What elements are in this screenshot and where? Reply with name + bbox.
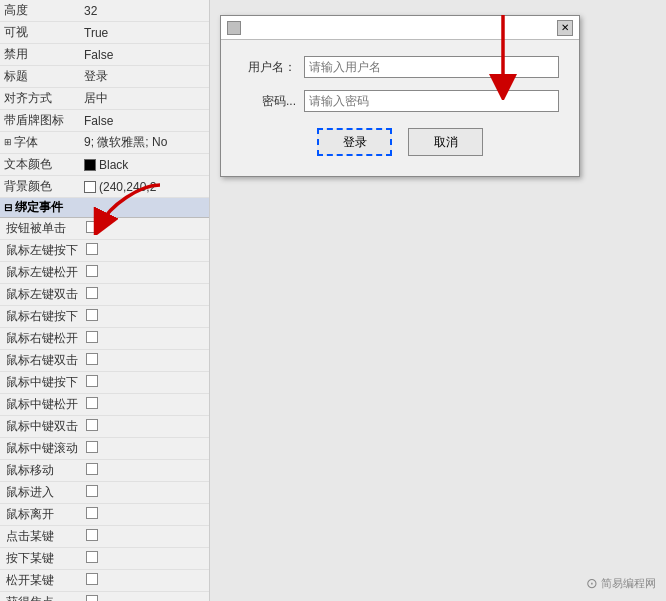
prop-key: 文本颜色 — [0, 154, 80, 176]
prop-key: 标题 — [0, 66, 80, 88]
prop-row: 背景颜色 (240,240,2 — [0, 176, 209, 198]
event-label: 鼠标左键双击 — [0, 284, 82, 306]
event-label: 鼠标中键双击 — [0, 416, 82, 438]
prop-value: True — [80, 22, 209, 44]
event-checkbox[interactable] — [86, 221, 98, 233]
prop-value: Black — [80, 154, 209, 176]
prop-value: False — [80, 44, 209, 66]
prop-value: 9; 微软雅黑; No — [80, 132, 209, 154]
event-row: 鼠标离开 — [0, 504, 209, 526]
event-checkbox[interactable] — [86, 243, 98, 255]
event-label: 点击某键 — [0, 526, 82, 548]
prop-row: 带盾牌图标 False — [0, 110, 209, 132]
main-container: 高度 32 可视 True 禁用 False 标题 登录 对齐方式 居中 — [0, 0, 666, 601]
events-table: 按钮被单击 鼠标左键按下 鼠标左键松开 鼠标左键双击 鼠标右键按下 — [0, 218, 209, 601]
password-label: 密码... — [241, 93, 296, 110]
event-checkbox[interactable] — [86, 463, 98, 475]
section-label: 绑定事件 — [15, 199, 63, 216]
dialog-title-left — [227, 21, 241, 35]
event-checkbox[interactable] — [86, 309, 98, 321]
event-row: 鼠标中键滚动 — [0, 438, 209, 460]
prop-key: 可视 — [0, 22, 80, 44]
event-row: 鼠标左键双击 — [0, 284, 209, 306]
dialog-window: ✕ 用户名： 密码... 登录 取消 — [220, 15, 580, 177]
dialog-buttons: 登录 取消 — [241, 128, 559, 156]
event-label: 按下某键 — [0, 548, 82, 570]
event-label: 鼠标中键松开 — [0, 394, 82, 416]
cancel-button[interactable]: 取消 — [408, 128, 483, 156]
event-checkbox[interactable] — [86, 507, 98, 519]
event-checkbox[interactable] — [86, 375, 98, 387]
event-checkbox[interactable] — [86, 485, 98, 497]
event-row: 鼠标右键按下 — [0, 306, 209, 328]
password-row: 密码... — [241, 90, 559, 112]
watermark: ⊙ 简易编程网 — [586, 575, 656, 591]
event-label: 鼠标移动 — [0, 460, 82, 482]
event-label: 鼠标左键按下 — [0, 240, 82, 262]
event-label: 鼠标左键松开 — [0, 262, 82, 284]
event-row: 鼠标右键松开 — [0, 328, 209, 350]
prop-value: (240,240,2 — [80, 176, 209, 198]
event-row-click: 按钮被单击 — [0, 218, 209, 240]
event-row: 松开某键 — [0, 570, 209, 592]
prop-row: 高度 32 — [0, 0, 209, 22]
event-row: 按下某键 — [0, 548, 209, 570]
properties-table: 高度 32 可视 True 禁用 False 标题 登录 对齐方式 居中 — [0, 0, 209, 198]
prop-row: 文本颜色 Black — [0, 154, 209, 176]
event-checkbox[interactable] — [86, 331, 98, 343]
event-row: 点击某键 — [0, 526, 209, 548]
event-checkbox[interactable] — [86, 595, 98, 601]
expand-icon: ⊟ — [4, 202, 12, 213]
prop-value: 登录 — [80, 66, 209, 88]
prop-key: 高度 — [0, 0, 80, 22]
dialog-titlebar: ✕ — [221, 16, 579, 40]
event-label: 鼠标右键双击 — [0, 350, 82, 372]
event-checkbox[interactable] — [86, 551, 98, 563]
event-checkbox[interactable] — [86, 287, 98, 299]
color-swatch-black — [84, 159, 96, 171]
event-checkbox[interactable] — [86, 529, 98, 541]
event-checkbox[interactable] — [86, 419, 98, 431]
event-label: 鼠标中键按下 — [0, 372, 82, 394]
event-row: 鼠标移动 — [0, 460, 209, 482]
event-checkbox[interactable] — [86, 353, 98, 365]
event-label: 鼠标中键滚动 — [0, 438, 82, 460]
prop-key: 禁用 — [0, 44, 80, 66]
dialog-close-button[interactable]: ✕ — [557, 20, 573, 36]
username-label: 用户名： — [241, 59, 296, 76]
prop-value: False — [80, 110, 209, 132]
events-section-header: ⊟ 绑定事件 — [0, 198, 209, 218]
event-row: 鼠标左键松开 — [0, 262, 209, 284]
event-checkbox[interactable] — [86, 441, 98, 453]
event-checkbox[interactable] — [86, 265, 98, 277]
event-row: 鼠标左键按下 — [0, 240, 209, 262]
event-label: 鼠标离开 — [0, 504, 82, 526]
username-input[interactable] — [304, 56, 559, 78]
prop-row: 可视 True — [0, 22, 209, 44]
dialog-app-icon — [227, 21, 241, 35]
prop-value: 32 — [80, 0, 209, 22]
event-label: 鼠标右键松开 — [0, 328, 82, 350]
event-label: 鼠标进入 — [0, 482, 82, 504]
event-label: 按钮被单击 — [0, 218, 82, 240]
event-row: 鼠标中键按下 — [0, 372, 209, 394]
prop-row: 对齐方式 居中 — [0, 88, 209, 110]
prop-row: 禁用 False — [0, 44, 209, 66]
prop-key: 背景颜色 — [0, 176, 80, 198]
event-row: 鼠标中键松开 — [0, 394, 209, 416]
event-row: 鼠标中键双击 — [0, 416, 209, 438]
password-input[interactable] — [304, 90, 559, 112]
prop-key: 对齐方式 — [0, 88, 80, 110]
event-checkbox-cell — [82, 218, 209, 240]
prop-row: 标题 登录 — [0, 66, 209, 88]
watermark-text: 简易编程网 — [601, 576, 656, 591]
left-panel: 高度 32 可视 True 禁用 False 标题 登录 对齐方式 居中 — [0, 0, 210, 601]
event-row: 获得焦点 — [0, 592, 209, 602]
color-swatch-white — [84, 181, 96, 193]
login-button[interactable]: 登录 — [317, 128, 392, 156]
event-row: 鼠标进入 — [0, 482, 209, 504]
prop-key: 带盾牌图标 — [0, 110, 80, 132]
event-checkbox[interactable] — [86, 573, 98, 585]
prop-key: ⊞字体 — [0, 132, 80, 152]
event-checkbox[interactable] — [86, 397, 98, 409]
